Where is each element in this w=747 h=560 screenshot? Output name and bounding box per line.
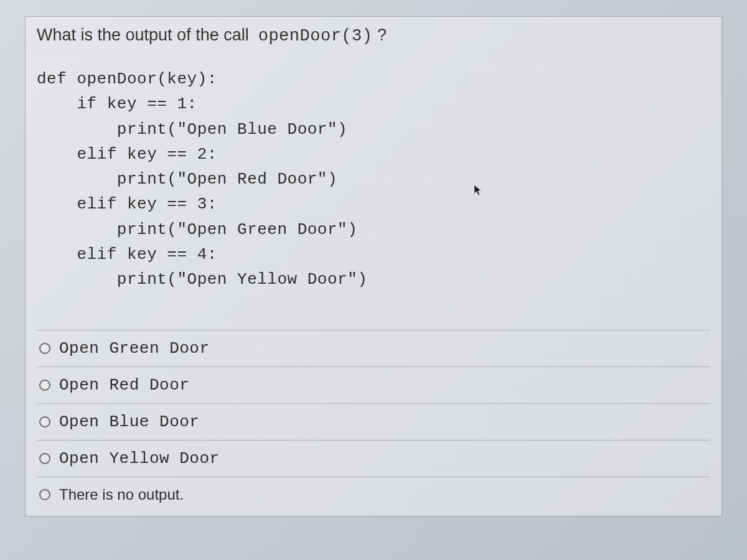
question-prompt: What is the output of the call openDoor(… (37, 26, 710, 45)
option-c-label: Open Blue Door (59, 413, 199, 431)
radio-icon[interactable] (39, 343, 50, 354)
code-line: print("Open Blue Door") (37, 120, 347, 139)
option-a-label: Open Green Door (59, 339, 210, 358)
question-prefix: What is the output of the call (37, 26, 249, 44)
code-block: def openDoor(key): if key == 1: print("O… (37, 67, 710, 292)
option-a[interactable]: Open Green Door (37, 330, 710, 366)
radio-icon[interactable] (39, 489, 50, 500)
code-line: elif key == 2: (37, 145, 217, 164)
question-container: What is the output of the call openDoor(… (25, 16, 722, 516)
radio-icon[interactable] (39, 416, 50, 427)
option-d[interactable]: Open Yellow Door (37, 440, 710, 477)
code-line: elif key == 3: (37, 195, 217, 213)
option-b[interactable]: Open Red Door (37, 366, 710, 403)
option-c[interactable]: Open Blue Door (37, 403, 710, 440)
code-line: def openDoor(key): (37, 70, 217, 88)
radio-icon[interactable] (39, 453, 50, 464)
option-e[interactable]: There is no output. (37, 477, 710, 512)
code-line: print("Open Green Door") (37, 220, 357, 239)
option-d-label: Open Yellow Door (59, 449, 220, 468)
code-line: print("Open Yellow Door") (37, 270, 367, 289)
code-line: print("Open Red Door") (37, 170, 337, 189)
code-line: if key == 1: (37, 95, 197, 113)
options-list: Open Green Door Open Red Door Open Blue … (37, 330, 710, 512)
question-suffix: ? (377, 26, 387, 44)
option-e-label: There is no output. (59, 486, 184, 503)
option-b-label: Open Red Door (59, 376, 189, 394)
code-line: elif key == 4: (37, 245, 217, 264)
radio-icon[interactable] (39, 380, 50, 391)
question-code: openDoor(3) (258, 27, 373, 45)
